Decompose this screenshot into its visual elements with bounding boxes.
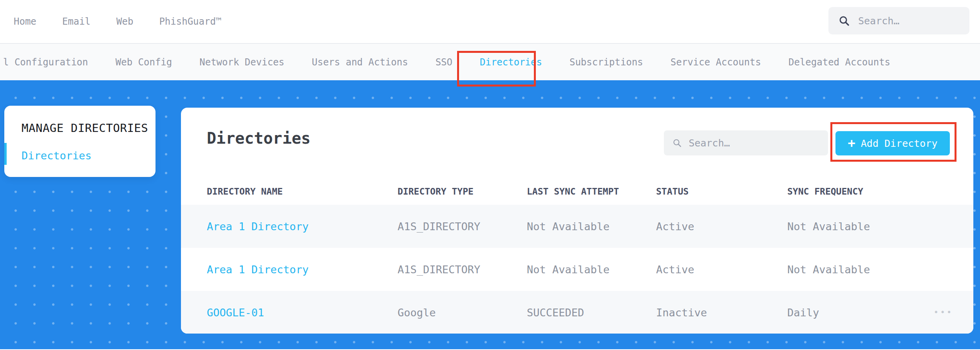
top-nav-item-home[interactable]: Home [14,16,36,27]
last-sync-attempt-cell: Not Available [527,220,656,233]
top-nav: HomeEmailWebPhishGuard™ [0,16,221,27]
sync-frequency-cell: Daily [787,307,913,319]
table-row[interactable]: Area 1 Directory A1S_DIRECTORY Not Avail… [181,248,973,291]
active-item-indicator [4,143,7,165]
last-sync-attempt-cell: Not Available [527,263,656,276]
tab-network-devices[interactable]: Network Devices [199,44,284,80]
column-header: DIRECTORY TYPE [398,186,527,197]
app-screen: HomeEmailWebPhishGuard™ l ConfigurationW… [0,0,980,350]
sidebar-item-directories[interactable]: Directories [22,150,155,162]
top-nav-item-email[interactable]: Email [62,16,90,27]
directories-table-body: Area 1 Directory A1S_DIRECTORY Not Avail… [181,205,973,334]
global-search-box[interactable] [828,7,969,34]
table-row[interactable]: GOOGLE-01 Google SUCCEEDED Inactive Dail… [181,291,973,334]
column-header: SYNC FREQUENCY [787,186,913,197]
sidebar-title: MANAGE DIRECTORIES [22,121,155,135]
column-header: LAST SYNC ATTEMPT [527,186,656,197]
settings-tab-bar: l ConfigurationWeb ConfigNetwork Devices… [0,44,980,80]
add-directory-button[interactable]: + Add Directory [835,131,950,155]
directory-type-cell: A1S_DIRECTORY [398,220,527,233]
tab-delegated-accounts[interactable]: Delegated Accounts [788,44,890,80]
column-header: STATUS [656,186,787,197]
tab-sso[interactable]: SSO [436,44,452,80]
sync-frequency-cell: Not Available [787,220,913,233]
directory-name-link[interactable]: GOOGLE-01 [181,307,398,319]
directory-name-link[interactable]: Area 1 Directory [181,263,398,276]
tab-users-and-actions[interactable]: Users and Actions [312,44,408,80]
top-nav-item-phishguard[interactable]: PhishGuard™ [159,16,221,27]
directory-type-cell: Google [398,307,527,319]
global-search-input[interactable] [858,15,959,27]
sync-frequency-cell: Not Available [787,263,913,276]
column-header: DIRECTORY NAME [181,186,398,197]
manage-directories-card: MANAGE DIRECTORIES Directories [4,106,155,177]
table-header-row: DIRECTORY NAMEDIRECTORY TYPELAST SYNC AT… [181,178,973,205]
add-directory-label: Add Directory [861,138,938,149]
directory-name-link[interactable]: Area 1 Directory [181,220,398,233]
content-background: MANAGE DIRECTORIES Directories Directori… [0,80,980,349]
top-nav-bar: HomeEmailWebPhishGuard™ [0,0,980,44]
plus-icon: + [848,137,855,149]
directories-search-box[interactable] [664,130,828,155]
tab-service-accounts[interactable]: Service Accounts [671,44,761,80]
tab-l-configuration[interactable]: l Configuration [3,44,88,80]
top-nav-item-web[interactable]: Web [116,16,133,27]
tab-subscriptions[interactable]: Subscriptions [570,44,643,80]
status-cell: Inactive [656,307,787,319]
search-icon [673,138,682,148]
last-sync-attempt-cell: SUCCEEDED [527,307,656,319]
tab-directories[interactable]: Directories [480,44,542,80]
table-row[interactable]: Area 1 Directory A1S_DIRECTORY Not Avail… [181,205,973,248]
status-cell: Active [656,263,787,276]
tab-web-config[interactable]: Web Config [116,44,172,80]
row-menu-ellipsis-icon[interactable]: ••• [934,308,953,317]
sidebar-items: Directories [22,150,155,162]
status-cell: Active [656,220,787,233]
directories-panel: Directories + Add Directory DIRECTORY NA… [181,108,973,334]
directories-search-input[interactable] [689,137,819,149]
search-icon [839,15,850,26]
directory-type-cell: A1S_DIRECTORY [398,263,527,276]
